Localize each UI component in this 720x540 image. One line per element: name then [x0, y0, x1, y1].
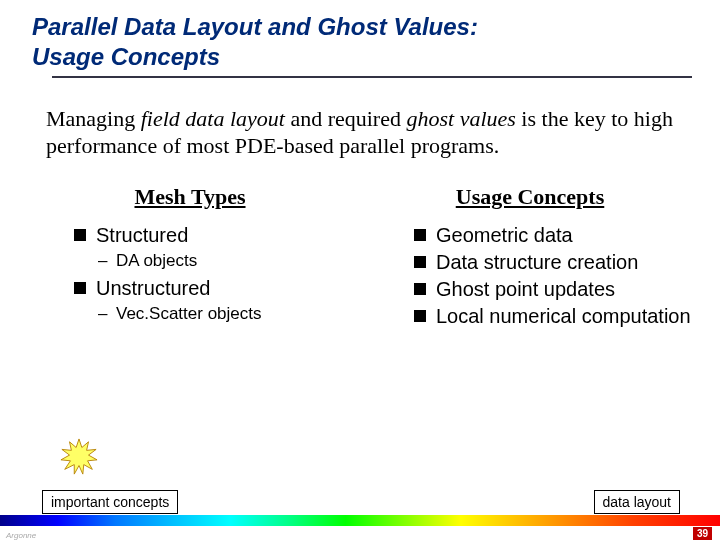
right-column-heading: Usage Concepts [360, 184, 700, 210]
intro-paragraph: Managing field data layout and required … [0, 82, 720, 170]
slide-title-line1: Parallel Data Layout and Ghost Values: [32, 12, 692, 42]
bullet-label: Structured [96, 224, 188, 246]
left-bullet-list: Structured DA objects Unstructured Vec.S… [20, 224, 360, 324]
list-item: Structured [74, 224, 360, 247]
rainbow-bar [0, 515, 720, 526]
bullet-label: Unstructured [96, 277, 211, 299]
callout-left: important concepts [42, 490, 178, 514]
list-item: Geometric data [414, 224, 700, 247]
slide-title-block: Parallel Data Layout and Ghost Values: U… [0, 0, 720, 82]
list-item: Data structure creation [414, 251, 700, 274]
list-subitem: DA objects [74, 251, 360, 271]
list-item: Local numerical computation [414, 305, 700, 328]
intro-italic-2: ghost values [406, 106, 515, 131]
left-column: Mesh Types Structured DA objects Unstruc… [20, 184, 360, 332]
list-subitem: Vec.Scatter objects [74, 304, 360, 324]
title-underline [52, 76, 692, 78]
footer-logo-text: Argonne [6, 531, 36, 540]
list-item: Unstructured [74, 277, 360, 300]
intro-italic-1: field data layout [141, 106, 285, 131]
slide-title-line2: Usage Concepts [32, 42, 692, 72]
intro-text-1: Managing [46, 106, 141, 131]
right-column: Usage Concepts Geometric data Data struc… [360, 184, 700, 332]
svg-marker-0 [61, 439, 97, 474]
right-bullet-list: Geometric data Data structure creation G… [360, 224, 700, 328]
callout-right: data layout [594, 490, 681, 514]
two-column-layout: Mesh Types Structured DA objects Unstruc… [0, 170, 720, 332]
page-number: 39 [693, 527, 712, 540]
intro-text-2: and required [285, 106, 407, 131]
starburst-icon [60, 438, 98, 476]
list-item: Ghost point updates [414, 278, 700, 301]
left-column-heading: Mesh Types [20, 184, 360, 210]
